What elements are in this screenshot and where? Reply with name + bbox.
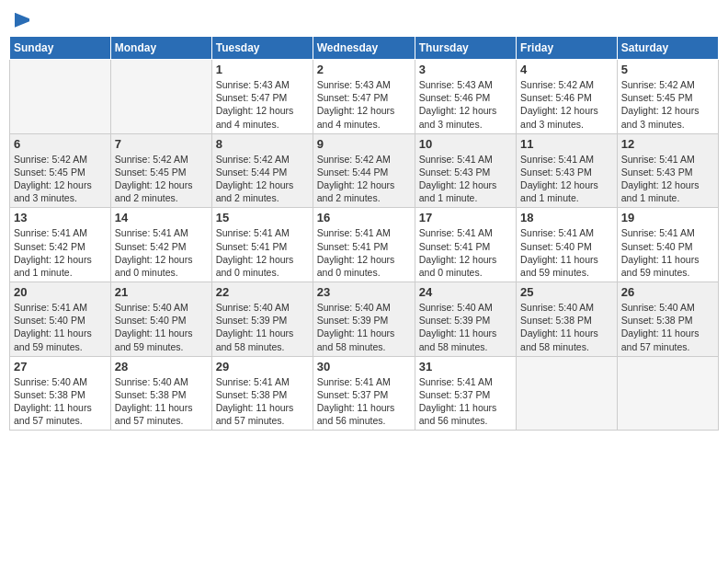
calendar-cell: 18Sunrise: 5:41 AM Sunset: 5:40 PM Dayli… — [517, 208, 618, 282]
day-number: 2 — [317, 63, 411, 76]
day-number: 15 — [216, 211, 309, 224]
day-number: 14 — [115, 211, 208, 224]
calendar-cell: 25Sunrise: 5:40 AM Sunset: 5:38 PM Dayli… — [517, 282, 618, 357]
calendar-cell: 15Sunrise: 5:41 AM Sunset: 5:41 PM Dayli… — [211, 208, 313, 282]
day-info: Sunrise: 5:42 AM Sunset: 5:46 PM Dayligh… — [520, 78, 613, 131]
calendar-cell: 27Sunrise: 5:40 AM Sunset: 5:38 PM Dayli… — [10, 356, 111, 431]
day-info: Sunrise: 5:41 AM Sunset: 5:41 PM Dayligh… — [216, 226, 309, 279]
day-info: Sunrise: 5:41 AM Sunset: 5:43 PM Dayligh… — [621, 153, 714, 205]
day-number: 6 — [14, 137, 107, 151]
day-number: 20 — [14, 285, 107, 299]
day-number: 18 — [520, 211, 613, 224]
calendar-cell — [110, 60, 211, 134]
day-number: 24 — [419, 285, 512, 299]
calendar-cell: 24Sunrise: 5:40 AM Sunset: 5:39 PM Dayli… — [415, 282, 516, 357]
calendar-week-2: 6Sunrise: 5:42 AM Sunset: 5:45 PM Daylig… — [10, 133, 719, 208]
day-info: Sunrise: 5:41 AM Sunset: 5:41 PM Dayligh… — [419, 226, 512, 279]
weekday-header-thursday: Thursday — [415, 37, 516, 60]
calendar-cell: 13Sunrise: 5:41 AM Sunset: 5:42 PM Dayli… — [10, 208, 111, 282]
day-number: 25 — [520, 285, 613, 299]
calendar-cell: 8Sunrise: 5:42 AM Sunset: 5:44 PM Daylig… — [211, 133, 313, 208]
calendar-week-1: 1Sunrise: 5:43 AM Sunset: 5:47 PM Daylig… — [10, 60, 719, 134]
weekday-header-sunday: Sunday — [10, 37, 111, 60]
day-info: Sunrise: 5:40 AM Sunset: 5:39 PM Dayligh… — [317, 301, 411, 353]
day-number: 9 — [317, 137, 411, 151]
calendar-week-3: 13Sunrise: 5:41 AM Sunset: 5:42 PM Dayli… — [10, 208, 719, 282]
day-number: 5 — [621, 63, 714, 76]
page-header — [9, 9, 719, 29]
day-number: 27 — [14, 360, 107, 373]
day-info: Sunrise: 5:43 AM Sunset: 5:47 PM Dayligh… — [216, 78, 309, 131]
calendar-cell: 5Sunrise: 5:42 AM Sunset: 5:45 PM Daylig… — [617, 60, 718, 134]
day-info: Sunrise: 5:41 AM Sunset: 5:42 PM Dayligh… — [115, 226, 208, 279]
day-number: 8 — [216, 137, 309, 151]
calendar-cell: 1Sunrise: 5:43 AM Sunset: 5:47 PM Daylig… — [211, 60, 313, 134]
day-info: Sunrise: 5:42 AM Sunset: 5:44 PM Dayligh… — [317, 153, 411, 205]
calendar-cell: 9Sunrise: 5:42 AM Sunset: 5:44 PM Daylig… — [313, 133, 415, 208]
calendar-week-5: 27Sunrise: 5:40 AM Sunset: 5:38 PM Dayli… — [10, 356, 719, 431]
day-info: Sunrise: 5:40 AM Sunset: 5:40 PM Dayligh… — [115, 301, 208, 353]
day-info: Sunrise: 5:41 AM Sunset: 5:38 PM Dayligh… — [216, 375, 309, 428]
calendar-cell: 30Sunrise: 5:41 AM Sunset: 5:37 PM Dayli… — [313, 356, 415, 431]
calendar-cell — [10, 60, 111, 134]
day-number: 26 — [621, 285, 714, 299]
calendar-cell: 6Sunrise: 5:42 AM Sunset: 5:45 PM Daylig… — [10, 133, 111, 208]
calendar-cell: 16Sunrise: 5:41 AM Sunset: 5:41 PM Dayli… — [313, 208, 415, 282]
day-info: Sunrise: 5:42 AM Sunset: 5:45 PM Dayligh… — [115, 153, 208, 205]
day-info: Sunrise: 5:41 AM Sunset: 5:41 PM Dayligh… — [317, 226, 411, 279]
day-info: Sunrise: 5:43 AM Sunset: 5:47 PM Dayligh… — [317, 78, 411, 131]
day-number: 3 — [419, 63, 512, 76]
day-number: 4 — [520, 63, 613, 76]
calendar-cell: 29Sunrise: 5:41 AM Sunset: 5:38 PM Dayli… — [211, 356, 313, 431]
weekday-header-friday: Friday — [517, 37, 618, 60]
calendar-cell: 26Sunrise: 5:40 AM Sunset: 5:38 PM Dayli… — [617, 282, 718, 357]
day-number: 11 — [520, 137, 613, 151]
day-info: Sunrise: 5:40 AM Sunset: 5:38 PM Dayligh… — [14, 375, 107, 428]
calendar-cell: 2Sunrise: 5:43 AM Sunset: 5:47 PM Daylig… — [313, 60, 415, 134]
day-number: 23 — [317, 285, 411, 299]
calendar-cell — [617, 356, 718, 431]
logo-text — [13, 9, 29, 29]
calendar-cell: 21Sunrise: 5:40 AM Sunset: 5:40 PM Dayli… — [110, 282, 211, 357]
logo-icon — [15, 13, 29, 28]
day-number: 12 — [621, 137, 714, 151]
day-info: Sunrise: 5:41 AM Sunset: 5:37 PM Dayligh… — [419, 375, 512, 428]
weekday-header-monday: Monday — [110, 37, 211, 60]
weekday-header-wednesday: Wednesday — [313, 37, 415, 60]
day-info: Sunrise: 5:41 AM Sunset: 5:40 PM Dayligh… — [14, 301, 107, 353]
day-info: Sunrise: 5:41 AM Sunset: 5:37 PM Dayligh… — [317, 375, 411, 428]
day-number: 28 — [115, 360, 208, 373]
day-number: 7 — [115, 137, 208, 151]
calendar-cell: 20Sunrise: 5:41 AM Sunset: 5:40 PM Dayli… — [10, 282, 111, 357]
day-info: Sunrise: 5:41 AM Sunset: 5:42 PM Dayligh… — [14, 226, 107, 279]
weekday-header-tuesday: Tuesday — [211, 37, 313, 60]
day-number: 16 — [317, 211, 411, 224]
day-info: Sunrise: 5:40 AM Sunset: 5:38 PM Dayligh… — [621, 301, 714, 353]
day-info: Sunrise: 5:40 AM Sunset: 5:39 PM Dayligh… — [419, 301, 512, 353]
day-info: Sunrise: 5:40 AM Sunset: 5:39 PM Dayligh… — [216, 301, 309, 353]
day-info: Sunrise: 5:41 AM Sunset: 5:40 PM Dayligh… — [621, 226, 714, 279]
calendar-cell: 22Sunrise: 5:40 AM Sunset: 5:39 PM Dayli… — [211, 282, 313, 357]
day-number: 10 — [419, 137, 512, 151]
calendar-cell: 10Sunrise: 5:41 AM Sunset: 5:43 PM Dayli… — [415, 133, 516, 208]
day-number: 19 — [621, 211, 714, 224]
day-info: Sunrise: 5:42 AM Sunset: 5:45 PM Dayligh… — [621, 78, 714, 131]
day-number: 17 — [419, 211, 512, 224]
logo — [13, 9, 29, 29]
day-number: 21 — [115, 285, 208, 299]
day-info: Sunrise: 5:40 AM Sunset: 5:38 PM Dayligh… — [115, 375, 208, 428]
calendar-cell: 7Sunrise: 5:42 AM Sunset: 5:45 PM Daylig… — [110, 133, 211, 208]
day-info: Sunrise: 5:43 AM Sunset: 5:46 PM Dayligh… — [419, 78, 512, 131]
calendar-table: SundayMondayTuesdayWednesdayThursdayFrid… — [9, 36, 719, 431]
calendar-cell: 14Sunrise: 5:41 AM Sunset: 5:42 PM Dayli… — [110, 208, 211, 282]
calendar-cell: 23Sunrise: 5:40 AM Sunset: 5:39 PM Dayli… — [313, 282, 415, 357]
weekday-header-saturday: Saturday — [617, 37, 718, 60]
day-info: Sunrise: 5:41 AM Sunset: 5:40 PM Dayligh… — [520, 226, 613, 279]
day-info: Sunrise: 5:42 AM Sunset: 5:45 PM Dayligh… — [14, 153, 107, 205]
day-number: 31 — [419, 360, 512, 373]
calendar-cell: 12Sunrise: 5:41 AM Sunset: 5:43 PM Dayli… — [617, 133, 718, 208]
day-number: 22 — [216, 285, 309, 299]
day-number: 29 — [216, 360, 309, 373]
day-number: 13 — [14, 211, 107, 224]
calendar-cell: 19Sunrise: 5:41 AM Sunset: 5:40 PM Dayli… — [617, 208, 718, 282]
